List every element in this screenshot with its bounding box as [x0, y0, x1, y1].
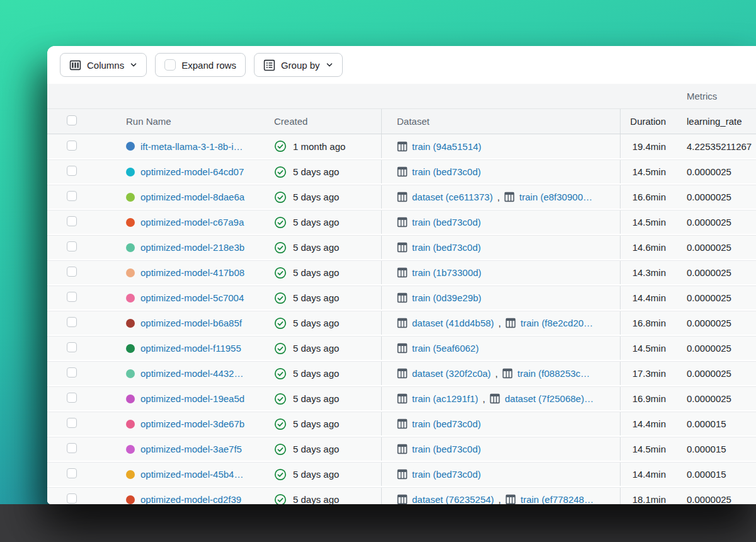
expand-rows-button[interactable]: Expand rows [155, 53, 246, 77]
dataset-link[interactable]: train (1b73300d) [412, 267, 481, 278]
dataset-link[interactable]: train (0d39e29b) [412, 292, 481, 303]
row-checkbox[interactable] [67, 166, 77, 176]
table-grid-icon [505, 318, 516, 328]
run-name-link[interactable]: optimized-model-3de67b [140, 418, 244, 429]
run-name-link[interactable]: optimized-model-8dae6a [140, 192, 244, 202]
header-learning-rate[interactable]: learning_rate [671, 116, 756, 127]
row-checkbox[interactable] [67, 216, 77, 226]
group-by-button[interactable]: Group by [254, 53, 343, 77]
row-checkbox[interactable] [67, 367, 77, 378]
dataset-link[interactable]: dataset (320f2c0a) [412, 368, 491, 379]
success-check-icon [274, 443, 287, 456]
dataset-separator: , [497, 192, 500, 202]
table-row[interactable]: optimized-model-19ea5d 5 days ago train … [47, 386, 756, 412]
dataset-link[interactable]: dataset (76235254) [412, 494, 494, 504]
row-checkbox[interactable] [67, 292, 77, 302]
table-grid-icon [397, 192, 408, 202]
run-name-link[interactable]: optimized-model-45b4… [140, 469, 243, 480]
dataset-link[interactable]: train (bed73c0d) [412, 418, 481, 429]
run-name-link[interactable]: optimized-model-64cd07 [140, 166, 244, 177]
run-name-link[interactable]: optimized-model-5c7004 [140, 292, 244, 303]
table-row[interactable]: ift-meta-llama-3-1-8b-i… 1 month ago tra… [47, 134, 756, 159]
select-all-checkbox[interactable] [67, 115, 77, 125]
dataset-link[interactable]: dataset (41dd4b58) [412, 318, 494, 328]
table-row[interactable]: optimized-model-cd2f39 5 days ago datase… [47, 487, 756, 504]
dataset-link-item: dataset (ce611373) [397, 192, 493, 202]
dataset-link-item: train (bed73c0d) [397, 217, 481, 228]
row-checkbox[interactable] [67, 418, 77, 428]
table-row[interactable]: optimized-model-3de67b 5 days ago train … [47, 412, 756, 437]
created-text: 5 days ago [293, 318, 339, 328]
table-grid-icon [490, 393, 500, 404]
dataset-link[interactable]: train (ef778248… [520, 494, 593, 504]
row-checkbox[interactable] [67, 393, 77, 403]
dataset-link[interactable]: train (bed73c0d) [412, 166, 481, 177]
dataset-link[interactable]: train (f088253c… [517, 368, 590, 379]
dataset-link[interactable]: train (94a51514) [412, 141, 481, 152]
header-duration[interactable]: Duration [621, 116, 671, 127]
dataset-link[interactable]: train (bed73c0d) [412, 217, 481, 228]
duration-cell: 16.6min [621, 192, 671, 202]
dataset-link[interactable]: train (5eaf6062) [412, 343, 479, 354]
table-grid-icon [397, 368, 408, 379]
learning-rate-cell: 0.0000025 [671, 318, 756, 328]
table-row[interactable]: optimized-model-3ae7f5 5 days ago train … [47, 437, 756, 462]
dataset-link-item: dataset (320f2c0a) [397, 368, 491, 379]
dataset-cell: dataset (320f2c0a) , train (f088253c… [381, 362, 621, 385]
table-toolbar: Columns Expand rows Group by [47, 46, 756, 84]
row-checkbox[interactable] [67, 342, 77, 352]
dataset-link[interactable]: dataset (7f25068e)… [505, 393, 593, 404]
table-row[interactable]: optimized-model-4432… 5 days ago dataset… [47, 361, 756, 386]
table-grid-icon [397, 267, 408, 278]
table-row[interactable]: optimized-model-8dae6a 5 days ago datase… [47, 185, 756, 210]
run-name-link[interactable]: optimized-model-c67a9a [140, 217, 244, 228]
table-row[interactable]: optimized-model-f11955 5 days ago train … [47, 336, 756, 361]
dataset-link[interactable]: train (ac1291f1) [412, 393, 478, 404]
dataset-link-item: train (ac1291f1) [397, 393, 478, 404]
run-name-link[interactable]: optimized-model-cd2f39 [140, 494, 241, 504]
row-checkbox[interactable] [67, 443, 77, 453]
dataset-link-item: train (1b73300d) [397, 267, 481, 278]
dataset-link[interactable]: train (e8f30900… [519, 192, 592, 202]
dataset-cell: train (94a51514) [381, 134, 621, 158]
row-checkbox[interactable] [67, 468, 77, 478]
duration-cell: 16.9min [621, 393, 671, 404]
table-row[interactable]: optimized-model-5c7004 5 days ago train … [47, 285, 756, 311]
run-name-link[interactable]: optimized-model-19ea5d [140, 393, 244, 404]
dataset-cell: train (bed73c0d) [381, 160, 621, 183]
table-row[interactable]: optimized-model-45b4… 5 days ago train (… [47, 462, 756, 487]
run-name-link[interactable]: ift-meta-llama-3-1-8b-i… [140, 141, 243, 152]
run-name-link[interactable]: optimized-model-3ae7f5 [140, 444, 242, 454]
table-row[interactable]: optimized-model-417b08 5 days ago train … [47, 260, 756, 285]
table-row[interactable]: optimized-model-218e3b 5 days ago train … [47, 235, 756, 260]
dataset-link[interactable]: train (bed73c0d) [412, 242, 481, 253]
dataset-link[interactable]: dataset (ce611373) [412, 192, 493, 202]
run-name-link[interactable]: optimized-model-218e3b [140, 242, 244, 253]
table-row[interactable]: optimized-model-b6a85f 5 days ago datase… [47, 311, 756, 336]
run-name-link[interactable]: optimized-model-b6a85f [140, 318, 242, 328]
dataset-link[interactable]: train (bed73c0d) [412, 469, 481, 480]
row-checkbox[interactable] [67, 191, 77, 201]
columns-button[interactable]: Columns [60, 53, 147, 77]
table-row[interactable]: optimized-model-c67a9a 5 days ago train … [47, 210, 756, 235]
row-checkbox[interactable] [67, 267, 77, 277]
run-name-link[interactable]: optimized-model-4432… [140, 368, 243, 379]
table-row[interactable]: optimized-model-64cd07 5 days ago train … [47, 159, 756, 185]
learning-rate-cell: 0.000015 [671, 444, 756, 454]
row-checkbox[interactable] [67, 493, 77, 504]
row-checkbox[interactable] [67, 241, 77, 251]
run-name-link[interactable]: optimized-model-f11955 [140, 343, 241, 354]
row-checkbox[interactable] [67, 317, 77, 327]
dataset-cell: dataset (76235254) , train (ef778248… [381, 488, 621, 504]
header-created[interactable]: Created [274, 116, 381, 127]
success-check-icon [274, 191, 287, 204]
header-run-name[interactable]: Run Name [126, 116, 274, 127]
dataset-link-item: train (0d39e29b) [397, 292, 481, 303]
duration-cell: 14.5min [621, 166, 671, 177]
dataset-link[interactable]: train (bed73c0d) [412, 444, 481, 454]
expand-rows-checkbox[interactable] [164, 59, 176, 71]
row-checkbox[interactable] [67, 141, 77, 151]
run-name-link[interactable]: optimized-model-417b08 [140, 267, 244, 278]
header-dataset[interactable]: Dataset [381, 109, 621, 134]
dataset-link[interactable]: train (f8e2cd20… [520, 318, 593, 328]
